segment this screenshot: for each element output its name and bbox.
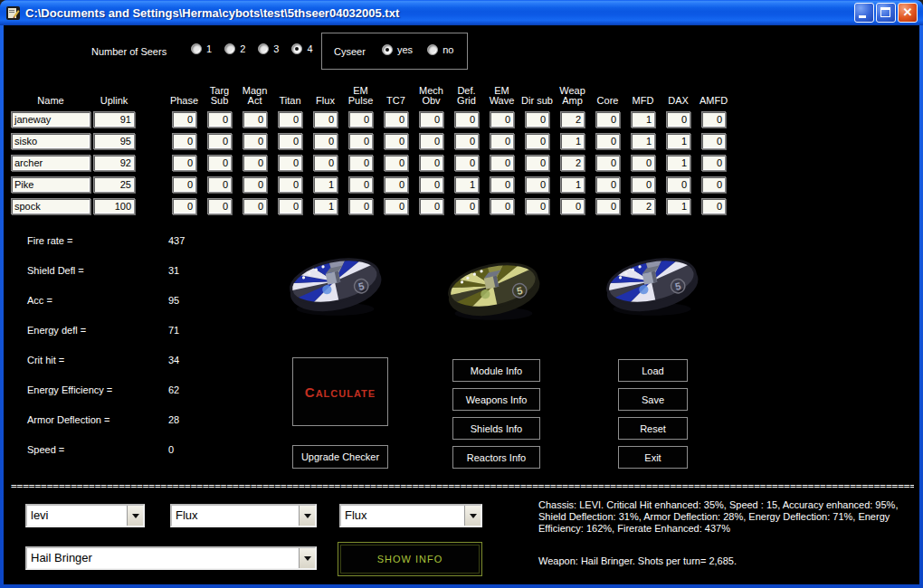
module-count-input[interactable]: 2 [560, 155, 585, 171]
module1-select-dropdown-button[interactable] [299, 506, 315, 526]
module-count-input[interactable]: 0 [525, 198, 549, 214]
app-icon[interactable] [5, 5, 21, 21]
shields-info-button[interactable]: Shields Info [452, 417, 540, 440]
seer-count-option-1[interactable]: 1 [191, 43, 212, 54]
module-count-input[interactable]: 0 [172, 198, 196, 214]
module-count-input[interactable]: 0 [278, 133, 302, 149]
seer-count-option-4[interactable]: 4 [291, 43, 312, 54]
module-count-input[interactable]: 0 [525, 133, 549, 149]
module-count-input[interactable]: 0 [313, 133, 338, 149]
module2-select-dropdown-button[interactable] [464, 506, 481, 526]
module-count-input[interactable]: 0 [525, 111, 549, 128]
minimize-button-icon[interactable] [854, 3, 874, 23]
module-count-input[interactable]: 0 [595, 111, 620, 128]
uplink-input[interactable]: 25 [93, 176, 135, 193]
module-count-input[interactable]: 0 [207, 198, 232, 214]
module-count-input[interactable]: 0 [348, 198, 373, 214]
radio-button-icon[interactable] [382, 44, 393, 55]
module-count-input[interactable]: 0 [207, 176, 232, 193]
module-count-input[interactable]: 1 [666, 155, 690, 171]
module-count-input[interactable]: 1 [454, 176, 479, 193]
radio-button-icon[interactable] [191, 43, 202, 54]
radio-button-icon[interactable] [224, 43, 235, 54]
uplink-input[interactable]: 91 [93, 111, 135, 128]
module-count-input[interactable]: 0 [419, 176, 443, 193]
module-count-input[interactable]: 0 [454, 198, 479, 214]
module-count-input[interactable]: 0 [207, 133, 232, 149]
module1-select[interactable]: Flux [170, 504, 317, 527]
load-button[interactable]: Load [618, 359, 688, 382]
module-count-input[interactable]: 0 [454, 133, 479, 149]
module-count-input[interactable]: 0 [525, 176, 549, 193]
module-count-input[interactable]: 1 [666, 198, 690, 214]
maximize-button-icon[interactable] [876, 3, 896, 23]
module-count-input[interactable]: 0 [348, 176, 373, 193]
module-count-input[interactable]: 0 [560, 198, 585, 214]
module-count-input[interactable]: 0 [490, 198, 514, 214]
chassis-select-dropdown-button[interactable] [127, 506, 143, 526]
seer-name-input[interactable]: janeway [11, 111, 90, 128]
module-count-input[interactable]: 2 [560, 111, 585, 128]
seer-name-input[interactable]: spock [11, 198, 90, 214]
reactors-info-button[interactable]: Reactors Info [452, 446, 540, 469]
module-count-input[interactable]: 0 [666, 111, 690, 128]
cyseer-option-yes[interactable]: yes [382, 44, 413, 55]
module-count-input[interactable]: 1 [631, 111, 655, 128]
module-count-input[interactable]: 0 [525, 155, 549, 171]
module-count-input[interactable]: 0 [172, 133, 196, 149]
module-count-input[interactable]: 0 [207, 155, 232, 171]
cyseer-option-no[interactable]: no [427, 44, 453, 55]
module-count-input[interactable]: 0 [243, 133, 267, 149]
module-count-input[interactable]: 0 [384, 176, 408, 193]
seer-count-option-3[interactable]: 3 [258, 43, 279, 54]
exit-button[interactable]: Exit [618, 446, 688, 469]
radio-button-icon[interactable] [427, 44, 438, 55]
module2-select[interactable]: Flux [339, 504, 482, 527]
module-count-input[interactable]: 0 [595, 155, 620, 171]
module-count-input[interactable]: 0 [278, 155, 302, 171]
module-count-input[interactable]: 0 [490, 111, 514, 128]
module-count-input[interactable]: 1 [313, 198, 338, 214]
seer-count-option-2[interactable]: 2 [224, 43, 245, 54]
module-count-input[interactable]: 0 [490, 133, 514, 149]
module-count-input[interactable]: 0 [384, 111, 408, 128]
module-count-input[interactable]: 0 [243, 198, 267, 214]
module-count-input[interactable]: 0 [666, 176, 690, 193]
reset-button[interactable]: Reset [618, 417, 688, 440]
module-count-input[interactable]: 0 [348, 155, 373, 171]
uplink-input[interactable]: 100 [93, 198, 135, 214]
radio-button-icon[interactable] [291, 43, 302, 54]
module-count-input[interactable]: 0 [490, 176, 514, 193]
calculate-button[interactable]: Calculate [292, 357, 388, 426]
module-count-input[interactable]: 0 [207, 111, 232, 128]
module-count-input[interactable]: 0 [419, 198, 443, 214]
save-button[interactable]: Save [618, 388, 688, 411]
module-count-input[interactable]: 0 [701, 198, 726, 214]
uplink-input[interactable]: 92 [93, 155, 135, 171]
module-count-input[interactable]: 1 [560, 176, 585, 193]
module-count-input[interactable]: 0 [172, 155, 196, 171]
module-count-input[interactable]: 0 [454, 111, 479, 128]
module-count-input[interactable]: 0 [243, 155, 267, 171]
module-count-input[interactable]: 0 [278, 198, 302, 214]
module-count-input[interactable]: 0 [595, 198, 620, 214]
weapon-select[interactable]: Hail Bringer [25, 546, 317, 570]
module-count-input[interactable]: 0 [348, 133, 373, 149]
module-count-input[interactable]: 1 [666, 133, 690, 149]
chassis-select[interactable]: levi [25, 504, 145, 527]
module-count-input[interactable]: 0 [701, 176, 726, 193]
show-info-button[interactable]: SHOW INFO [338, 542, 482, 576]
module-count-input[interactable]: 0 [454, 155, 479, 171]
module-count-input[interactable]: 1 [560, 133, 585, 149]
module-count-input[interactable]: 1 [313, 176, 338, 193]
close-button-icon[interactable]: ✕ [898, 3, 918, 23]
module-count-input[interactable]: 0 [172, 111, 196, 128]
module-count-input[interactable]: 0 [243, 111, 267, 128]
module-count-input[interactable]: 0 [631, 176, 655, 193]
module-count-input[interactable]: 0 [701, 133, 726, 149]
module-count-input[interactable]: 0 [595, 176, 620, 193]
module-count-input[interactable]: 0 [384, 155, 408, 171]
module-count-input[interactable]: 0 [384, 198, 408, 214]
module-count-input[interactable]: 0 [243, 176, 267, 193]
module-count-input[interactable]: 0 [419, 155, 443, 171]
